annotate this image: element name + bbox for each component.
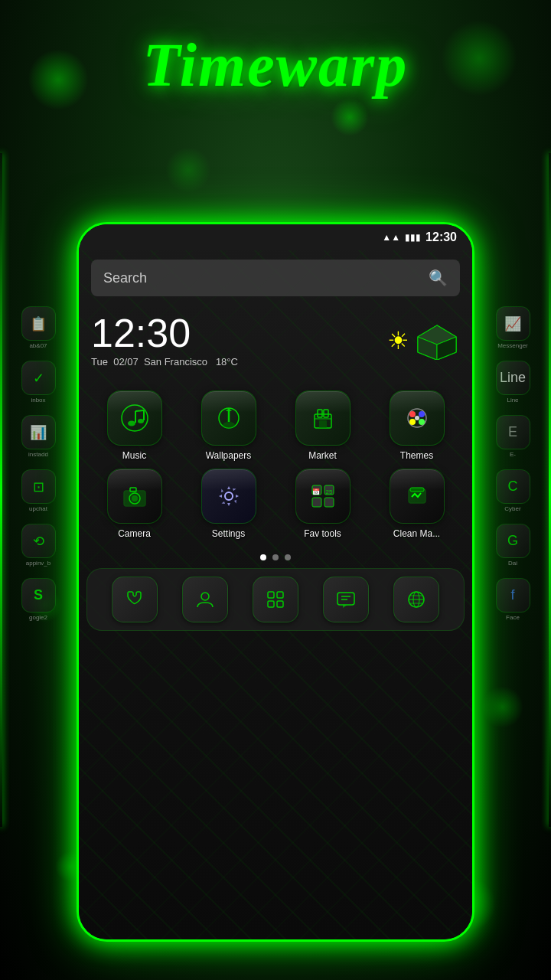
app-title: Timewarp [143,31,408,99]
clock-time: 12:30 [91,313,380,353]
page-dot-2[interactable] [272,554,279,560]
search-bar[interactable]: Search 🔍 [91,260,460,296]
side-right-label-2: Line [507,397,518,403]
music-app-icon[interactable] [107,390,162,446]
svg-point-5 [128,421,135,426]
market-app-label: Market [308,450,337,461]
svg-point-11 [223,422,235,428]
cleanmaster-app-label: Clean Ma... [393,528,440,539]
svg-rect-27 [130,488,136,492]
svg-rect-40 [268,601,274,607]
svg-point-28 [225,492,233,500]
side-right-6: f Face [474,578,551,621]
phone-screen: ▲▲ ▮▮▮ 12:30 Search 🔍 12:30 Tue 02/07 Sa… [79,224,472,939]
side-left-label-6: gogle2 [29,614,47,621]
themes-app-icon[interactable] [390,390,445,446]
svg-rect-38 [268,592,274,598]
favtools-app-icon[interactable]: 📅 25 [295,469,350,524]
weather-sun-icon: ☀ [387,326,409,355]
side-left-icon-1: 📋 [21,306,56,341]
side-left-label-3: instadd [28,451,48,458]
app-item-market[interactable]: Market [279,390,366,461]
svg-point-37 [201,593,209,600]
side-icons-left-panel: 📋 ab&07 ✓ inbox 📊 instadd ⊡ upchat ⟲ app… [0,306,77,632]
side-right-4: C Cyber [474,469,551,512]
side-icons-right-panel: 📈 Messenger Line Line E E- C Cyber G Dai… [474,306,551,632]
wallpapers-app-icon[interactable] [201,390,256,446]
side-right-icon-6: f [496,578,530,612]
svg-line-9 [135,410,144,411]
app-item-settings[interactable]: Settings [185,469,272,539]
app-item-music[interactable]: Music [91,390,178,461]
app-title-area: Timewarp [0,31,551,100]
app-item-favtools[interactable]: 📅 25 Fav tools [279,469,366,539]
side-left-4: ⊡ upchat [0,469,77,512]
page-dot-1[interactable] [260,554,266,560]
side-right-3: E E- [474,415,551,458]
svg-point-23 [415,416,419,420]
app-grid: Music Wallpapers [79,383,472,547]
wallpapers-app-label: Wallpapers [206,450,252,461]
side-left-icon-4: ⊡ [21,469,56,504]
clock-date: Tue 02/07 San Francisco 18°C [91,356,380,368]
side-left-icon-3: 📊 [21,415,56,449]
music-app-label: Music [122,450,146,461]
app-item-camera[interactable]: Camera [91,469,178,539]
dock-phone[interactable] [112,577,158,622]
settings-app-icon[interactable] [201,469,256,524]
market-app-icon[interactable] [295,390,350,446]
search-icon[interactable]: 🔍 [429,269,448,287]
svg-point-19 [409,411,416,417]
glow-bar-left [0,153,2,827]
side-left-label-4: upchat [29,505,47,512]
svg-rect-31 [312,498,321,507]
svg-point-22 [419,419,425,425]
favtools-app-label: Fav tools [304,528,341,539]
dock-contacts[interactable] [182,577,228,622]
dock-browser[interactable] [393,577,439,622]
status-time: 12:30 [425,230,457,244]
app-item-wallpapers[interactable]: Wallpapers [185,390,272,461]
battery-icon: ▮▮▮ [405,232,421,243]
side-left-label-2: inbox [31,397,45,403]
cube-decoration [414,322,460,360]
side-right-2: Line Line [474,361,551,403]
phone-frame: ▲▲ ▮▮▮ 12:30 Search 🔍 12:30 Tue 02/07 Sa… [77,222,474,942]
side-right-icon-3: E [496,415,530,449]
side-left-label-5: appinv_b [26,560,51,567]
side-right-5: G Dai [474,524,551,567]
svg-point-26 [132,495,138,501]
svg-rect-42 [337,593,354,605]
app-item-themes[interactable]: Themes [373,390,460,461]
page-dot-3[interactable] [285,554,291,560]
side-right-label-3: E- [510,451,516,458]
signal-icon: ▲▲ [382,232,400,243]
clock-city: San Francisco [144,356,207,368]
svg-point-6 [138,419,144,423]
side-right-label-4: Cyber [504,505,520,512]
svg-rect-39 [277,592,283,598]
search-input-label[interactable]: Search [103,270,421,286]
side-right-icon-1: 📈 [496,306,530,341]
svg-rect-15 [324,410,328,417]
camera-app-label: Camera [118,528,151,539]
side-right-label-5: Dai [508,560,517,567]
side-right-label-1: Messenger [497,342,528,349]
phone-content: ▲▲ ▮▮▮ 12:30 Search 🔍 12:30 Tue 02/07 Sa… [79,224,472,939]
svg-rect-17 [319,420,327,428]
app-item-cleanmaster[interactable]: Clean Ma... [373,469,460,539]
clock-datenum: 02/07 [113,356,139,368]
clock-day: Tue [91,356,108,368]
dock-apps[interactable] [253,577,298,622]
svg-rect-41 [277,601,283,607]
cleanmaster-app-icon[interactable] [390,469,445,524]
side-left-icon-5: ⟲ [21,524,56,558]
side-left-icon-2: ✓ [21,361,56,395]
svg-text:25: 25 [325,488,332,495]
camera-app-icon[interactable] [107,469,162,524]
status-bar: ▲▲ ▮▮▮ 12:30 [79,224,472,250]
dock-messages[interactable] [323,577,369,622]
side-right-icon-2: Line [496,361,530,395]
side-left-icon-6: S [21,578,56,612]
side-right-label-6: Face [506,614,520,621]
